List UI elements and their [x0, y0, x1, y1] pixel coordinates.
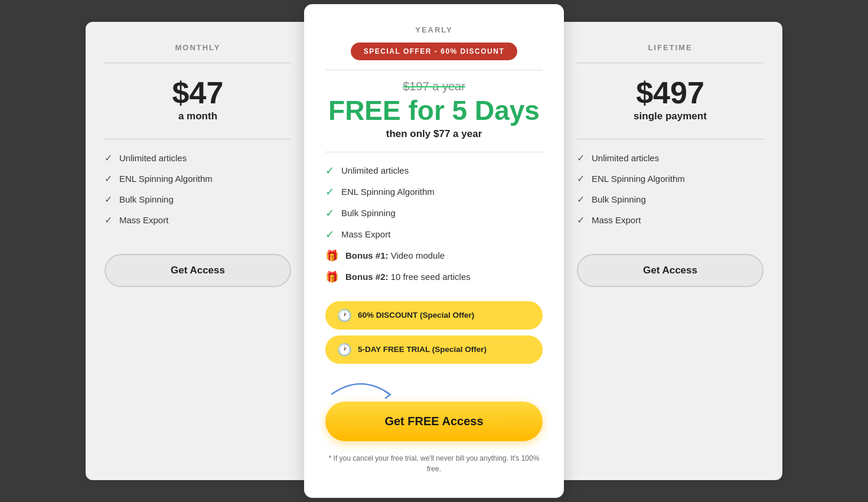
center-divider [325, 70, 543, 70]
discount-offer-badge: 🕐 60% DISCOUNT (Special Offer) [325, 301, 543, 330]
monthly-period: a month [178, 110, 217, 122]
list-item: ✓ Bulk Spinning [577, 194, 763, 205]
special-offer-badge: SPECIAL OFFER - 60% DISCOUNT [351, 43, 517, 60]
list-item: ✓ ENL Spinning Algorithm [577, 173, 763, 184]
feature-text: Unlimited articles [119, 153, 187, 163]
green-check-icon: ✓ [325, 228, 334, 241]
lifetime-features: ✓ Unlimited articles ✓ ENL Spinning Algo… [577, 152, 763, 235]
list-item: 🎁 Bonus #1: Video module [325, 249, 543, 262]
trial-offer-badge: 🕐 5-DAY FREE TRIAL (Special Offer) [325, 335, 543, 364]
feature-text: Bulk Spinning [592, 194, 646, 204]
list-item: ✓ Unlimited articles [325, 164, 543, 177]
monthly-features: ✓ Unlimited articles ✓ ENL Spinning Algo… [105, 152, 291, 235]
check-icon: ✓ [577, 194, 585, 205]
check-icon: ✓ [105, 214, 112, 226]
lifetime-divider2 [577, 139, 763, 139]
green-check-icon: ✓ [325, 207, 334, 220]
list-item: ✓ Mass Export [577, 214, 763, 226]
pricing-container: MONTHLY $47 a month ✓ Unlimited articles… [109, 22, 759, 480]
clock-icon: 🕐 [337, 308, 352, 322]
gift-icon: 🎁 [325, 249, 338, 262]
discount-badge-text: 60% DISCOUNT (Special Offer) [358, 311, 474, 320]
clock-icon: 🕐 [337, 343, 352, 357]
center-divider2 [325, 152, 543, 152]
check-icon: ✓ [105, 173, 112, 184]
free-days-text: FREE for 5 Days [328, 96, 540, 126]
list-item: ✓ ENL Spinning Algorithm [105, 173, 291, 184]
yearly-label: YEARLY [415, 25, 453, 34]
list-item: ✓ Mass Export [325, 228, 543, 241]
lifetime-price: $497 [636, 77, 704, 108]
cta-wrapper: Get FREE Access [325, 378, 543, 441]
feature-text: Bulk Spinning [119, 194, 174, 204]
list-item: ✓ Unlimited articles [577, 152, 763, 164]
trial-badge-row: 🕐 5-DAY FREE TRIAL (Special Offer) [325, 335, 543, 364]
lifetime-get-access-button[interactable]: Get Access [577, 254, 763, 287]
bonus-text: Bonus #1: Video module [345, 250, 445, 260]
monthly-card: MONTHLY $47 a month ✓ Unlimited articles… [86, 22, 310, 480]
gift-icon: 🎁 [325, 270, 338, 283]
feature-text: Mass Export [592, 215, 641, 225]
feature-text: Unlimited articles [341, 165, 409, 175]
check-icon: ✓ [577, 173, 585, 184]
trial-badge-text: 5-DAY FREE TRIAL (Special Offer) [358, 345, 487, 354]
feature-text: Mass Export [119, 215, 168, 225]
green-check-icon: ✓ [325, 185, 334, 198]
green-check-icon: ✓ [325, 164, 334, 177]
list-item: ✓ Bulk Spinning [105, 194, 291, 205]
feature-text: ENL Spinning Algorithm [341, 187, 435, 197]
yearly-get-free-access-button[interactable]: Get FREE Access [325, 402, 543, 441]
list-item: ✓ Unlimited articles [105, 152, 291, 164]
lifetime-divider [577, 63, 763, 63]
lifetime-label: LIFETIME [648, 43, 692, 52]
check-icon: ✓ [577, 152, 585, 164]
list-item: ✓ ENL Spinning Algorithm [325, 185, 543, 198]
monthly-label: MONTHLY [175, 43, 220, 52]
monthly-price: $47 [172, 77, 224, 108]
lifetime-card: LIFETIME $497 single payment ✓ Unlimited… [558, 22, 782, 480]
check-icon: ✓ [577, 214, 585, 226]
monthly-divider [105, 63, 291, 63]
list-item: 🎁 Bonus #2: 10 free seed articles [325, 270, 543, 283]
monthly-get-access-button[interactable]: Get Access [105, 254, 291, 287]
list-item: ✓ Bulk Spinning [325, 207, 543, 220]
original-price: $197 a year [403, 80, 465, 93]
check-icon: ✓ [105, 152, 112, 164]
discount-badge-row: 🕐 60% DISCOUNT (Special Offer) [325, 301, 543, 330]
check-icon: ✓ [105, 194, 112, 205]
feature-text: Unlimited articles [592, 153, 659, 163]
feature-text: ENL Spinning Algorithm [119, 174, 213, 184]
then-price-text: then only $77 a year [386, 128, 482, 140]
yearly-features: ✓ Unlimited articles ✓ ENL Spinning Algo… [325, 164, 543, 292]
arrow-decoration [325, 378, 543, 402]
bonus-text: Bonus #2: 10 free seed articles [345, 272, 471, 282]
free-trial-note: * If you cancel your free trial, we'll n… [325, 453, 543, 474]
feature-text: Bulk Spinning [341, 208, 396, 218]
yearly-card: YEARLY SPECIAL OFFER - 60% DISCOUNT $197… [304, 4, 564, 498]
list-item: ✓ Mass Export [105, 214, 291, 226]
lifetime-period: single payment [634, 110, 707, 122]
feature-text: Mass Export [341, 229, 390, 239]
monthly-divider2 [105, 139, 291, 139]
feature-text: ENL Spinning Algorithm [592, 174, 685, 184]
